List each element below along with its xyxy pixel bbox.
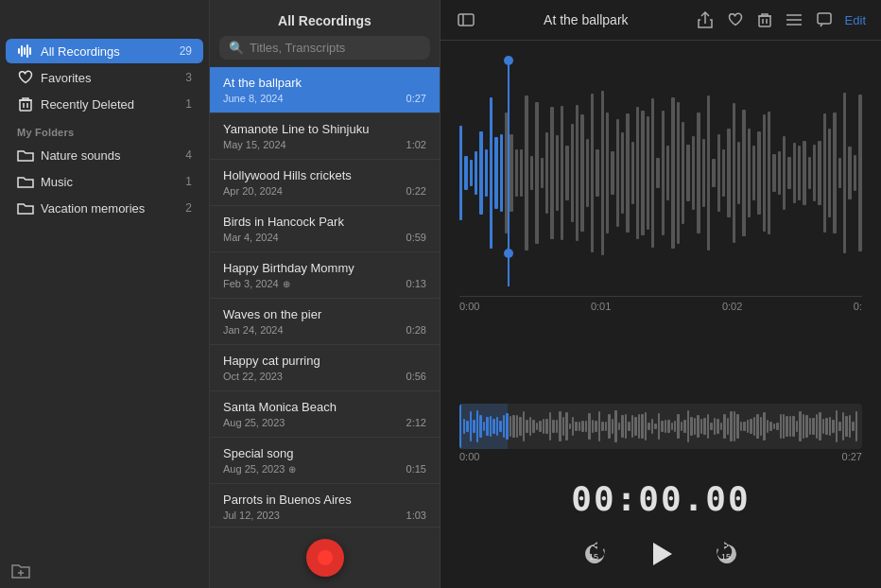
sidebar-item-favorites[interactable]: Favorites 3 — [6, 65, 203, 90]
mini-waveform-bar — [562, 417, 564, 436]
recording-meta: Mar 4, 20240:59 — [223, 232, 426, 243]
mini-waveform-bar — [819, 412, 821, 441]
recording-meta: Feb 3, 2024⊕0:13 — [223, 278, 426, 289]
recording-item[interactable]: At the ballparkJune 8, 20240:27 — [210, 67, 440, 113]
edit-button[interactable]: Edit — [845, 13, 866, 27]
mini-waveform-bar — [605, 422, 607, 431]
forward-15-button[interactable]: 15 — [708, 535, 746, 573]
svg-rect-16 — [818, 13, 831, 24]
waveform-bar — [783, 136, 786, 209]
mini-waveform-area[interactable]: 0:00 0:27 — [440, 396, 881, 472]
recording-item[interactable]: Happy Birthday MommyFeb 3, 2024⊕0:13 — [210, 252, 440, 299]
search-bar[interactable]: 🔍 — [219, 36, 430, 60]
detail-toolbar: At the ballpark — [440, 0, 881, 41]
waveform-bar — [686, 145, 689, 201]
waveform-main[interactable]: 0:00 0:01 0:02 0: — [440, 41, 881, 396]
recording-date: Apr 20, 2024 — [223, 185, 283, 197]
waveform-bar — [520, 149, 523, 196]
recording-item[interactable]: Santa Monica BeachAug 25, 20232:12 — [210, 391, 440, 438]
time-0-02: 0:02 — [722, 301, 742, 312]
sidebar-item-vacation-memories[interactable]: Vacation memories 2 — [6, 196, 203, 220]
transport-controls: 15 15 — [440, 527, 881, 588]
recording-item[interactable]: Parrots in Buenos AiresJul 12, 20231:03 — [210, 484, 440, 527]
waveform-bar — [666, 146, 669, 200]
mini-waveform-bar — [783, 414, 785, 438]
waveform-bar — [838, 158, 841, 188]
mini-waveform-bar — [812, 418, 814, 434]
mini-waveform-bar — [592, 420, 594, 432]
share-button[interactable] — [696, 9, 715, 30]
rewind-15-button[interactable]: 15 — [576, 535, 613, 573]
record-btn-container — [210, 527, 440, 588]
waveform-bar — [485, 149, 488, 198]
time-0-00: 0:00 — [459, 301, 479, 312]
mini-waveform-bar — [638, 414, 640, 439]
sidebar-item-recently-deleted[interactable]: Recently Deleted 1 — [6, 92, 203, 116]
waveform-bar — [510, 134, 512, 213]
waveform-bar — [843, 93, 846, 253]
list-view-button[interactable] — [785, 11, 803, 28]
sidebar-favorites-count: 3 — [185, 71, 192, 84]
waveform-bar — [631, 142, 634, 205]
delete-button[interactable] — [756, 10, 773, 29]
recording-item[interactable]: Happy cat purringOct 22, 20230:56 — [210, 345, 440, 391]
mini-waveform-bar — [614, 410, 616, 442]
nature-sounds-count: 4 — [185, 148, 192, 162]
waveform-bar — [803, 141, 805, 205]
waveform-bar — [530, 156, 533, 189]
waveform-bar — [727, 129, 730, 216]
waveform-bar — [586, 139, 589, 208]
mini-waveform-bar — [690, 417, 692, 436]
mini-waveform-bar — [556, 420, 558, 432]
mini-waveform-bar — [796, 421, 798, 433]
recording-item[interactable]: Birds in Hancock ParkMar 4, 20240:59 — [210, 206, 440, 252]
mini-waveform-bar — [838, 422, 840, 431]
folder-icon-music — [17, 173, 34, 190]
favorite-button[interactable] — [726, 10, 745, 29]
waveform-bar — [763, 114, 766, 232]
new-folder-button[interactable] — [11, 562, 30, 579]
play-button[interactable] — [642, 535, 680, 573]
mini-waveform-bar — [727, 418, 729, 436]
mini-waveform-bar — [825, 418, 827, 434]
waveform-bar — [464, 156, 467, 190]
search-input[interactable] — [250, 41, 421, 55]
mini-waveform-bar — [756, 414, 758, 439]
mini-waveform-bar — [516, 415, 518, 439]
playhead-dot-top — [504, 56, 513, 65]
recording-item[interactable]: Waves on the pierJan 24, 20240:28 — [210, 299, 440, 345]
waveform-bar — [712, 159, 715, 188]
sidebar-toggle-button[interactable] — [456, 11, 476, 28]
sidebar-item-music[interactable]: Music 1 — [6, 169, 203, 194]
recording-item[interactable]: Special songAug 25, 2023⊕0:15 — [210, 438, 440, 484]
recording-item[interactable]: Hollywood Hills cricketsApr 20, 20240:22 — [210, 160, 440, 206]
mini-waveform-bar — [598, 411, 600, 441]
sidebar-item-nature-sounds[interactable]: Nature sounds 4 — [6, 143, 203, 167]
recording-title: Hollywood Hills crickets — [223, 168, 426, 182]
waveform-bar — [671, 97, 674, 249]
mini-waveform-bar — [743, 422, 745, 431]
recording-duration: 0:15 — [406, 463, 426, 475]
waveform-bar — [787, 157, 790, 190]
waveform-bar — [580, 114, 583, 232]
waveform-bar — [707, 95, 710, 250]
recording-item[interactable]: Yamanote Line to ShinjukuMay 15, 20241:0… — [210, 113, 440, 160]
chat-button[interactable] — [815, 10, 834, 29]
mini-waveform-bar — [677, 414, 679, 438]
mini-waveform-bar — [816, 414, 818, 440]
waveform-bar — [828, 129, 831, 217]
search-icon: 🔍 — [229, 41, 244, 55]
record-button[interactable] — [306, 539, 344, 577]
detail-panel: At the ballpark — [440, 0, 881, 588]
mini-waveform-bar — [608, 414, 610, 440]
mini-waveform-bar — [671, 423, 673, 430]
waveform-bar — [459, 126, 462, 221]
waveform-bar — [470, 160, 473, 186]
waveform-bar — [561, 106, 563, 240]
sidebar-item-all-recordings[interactable]: All Recordings 29 — [6, 39, 203, 63]
waveform-bar — [636, 107, 639, 239]
time-0-01: 0:01 — [591, 301, 611, 312]
mini-waveform-bar — [809, 418, 811, 436]
folder-icon-vacation — [17, 199, 34, 216]
folder-icon — [17, 147, 34, 164]
